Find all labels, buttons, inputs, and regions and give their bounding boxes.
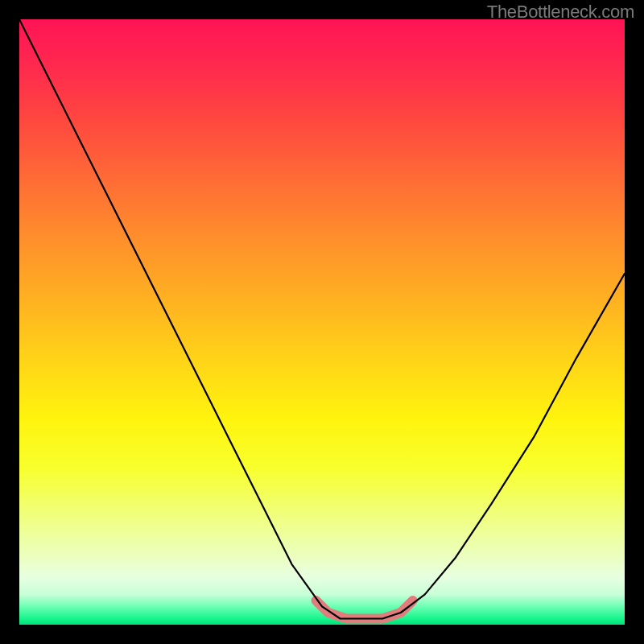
- chart-frame: TheBottleneck.com: [0, 0, 644, 644]
- bottleneck-curve: [19, 19, 625, 619]
- chart-plot-area: [19, 19, 625, 625]
- salmon-base-highlight: [316, 601, 413, 619]
- chart-svg: [19, 19, 625, 625]
